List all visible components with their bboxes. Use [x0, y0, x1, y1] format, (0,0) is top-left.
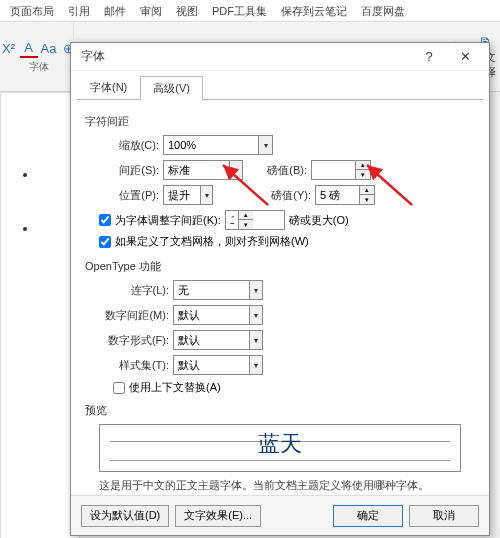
numspacing-combo[interactable]: ▾ — [173, 305, 263, 325]
numspacing-input[interactable] — [174, 306, 249, 324]
dialog-footer: 设为默认值(D) 文字效果(E)... 确定 取消 — [71, 495, 489, 535]
snap-label: 如果定义了文档网格，则对齐到网格(W) — [115, 234, 309, 249]
contextual-checkbox[interactable] — [113, 382, 125, 394]
position-pt-spinner[interactable]: ▴▾ — [315, 185, 375, 205]
position-label: 位置(P): — [99, 188, 159, 203]
ok-button[interactable]: 确定 — [333, 505, 403, 527]
font-color-icon[interactable]: A — [20, 40, 38, 58]
ribbon-tabs: 页面布局 引用 邮件 审阅 视图 PDF工具集 保存到云笔记 百度网盘 — [0, 0, 500, 22]
preview-text: 蓝天 — [258, 429, 302, 459]
tab[interactable]: 邮件 — [104, 4, 126, 21]
section-opentype: OpenType 功能 — [85, 259, 475, 274]
cancel-button[interactable]: 取消 — [409, 505, 479, 527]
scale-label: 缩放(C): — [99, 138, 159, 153]
tab[interactable]: 审阅 — [140, 4, 162, 21]
text-effects-button[interactable]: 文字效果(E)... — [175, 505, 261, 527]
kerning-unit: 磅或更大(O) — [289, 213, 349, 228]
chevron-down-icon[interactable]: ▾ — [249, 281, 262, 299]
group-label: 字体 — [29, 60, 49, 74]
position-input[interactable] — [164, 186, 200, 204]
document-background — [0, 92, 80, 538]
tab[interactable]: 引用 — [68, 4, 90, 21]
tab[interactable]: 视图 — [176, 4, 198, 21]
styleset-label: 样式集(T): — [99, 358, 169, 373]
styleset-input[interactable] — [174, 356, 249, 374]
spacing-label: 间距(S): — [99, 163, 159, 178]
contextual-label: 使用上下文替换(A) — [129, 380, 221, 395]
preview-label: 预览 — [85, 403, 475, 418]
numform-combo[interactable]: ▾ — [173, 330, 263, 350]
chevron-down-icon[interactable]: ▾ — [249, 356, 262, 374]
set-default-button[interactable]: 设为默认值(D) — [81, 505, 169, 527]
section-spacing: 字符间距 — [85, 114, 475, 129]
chevron-down-icon[interactable]: ▾ — [258, 136, 272, 154]
bullet-icon — [23, 227, 27, 231]
scale-combo[interactable]: ▾ — [163, 135, 273, 155]
chevron-down-icon[interactable]: ▾ — [229, 161, 242, 179]
chevron-down-icon[interactable]: ▾ — [249, 331, 262, 349]
numspacing-label: 数字间距(M): — [99, 308, 169, 323]
tab[interactable]: 页面布局 — [10, 4, 54, 21]
char-shading-icon[interactable]: Aa — [40, 40, 58, 58]
spinner-icon[interactable]: ▴▾ — [359, 186, 374, 204]
ligatures-label: 连字(L): — [99, 283, 169, 298]
spacing-pt-spinner[interactable]: ▴▾ — [311, 160, 371, 180]
chevron-down-icon[interactable]: ▾ — [249, 306, 262, 324]
help-button[interactable]: ? — [411, 45, 447, 69]
dialog-title: 字体 — [77, 48, 411, 65]
spinner-icon[interactable]: ▴▾ — [355, 161, 370, 179]
scale-input[interactable] — [164, 136, 258, 154]
numform-label: 数字形式(F): — [99, 333, 169, 348]
snap-checkbox[interactable] — [99, 236, 111, 248]
tab-advanced[interactable]: 高级(V) — [140, 76, 203, 100]
numform-input[interactable] — [174, 331, 249, 349]
font-dialog: 字体 ? ✕ 字体(N) 高级(V) 字符间距 缩放(C): ▾ 间距(S): … — [70, 42, 490, 536]
tab[interactable]: PDF工具集 — [212, 4, 267, 21]
preview-box: 蓝天 — [99, 424, 461, 472]
spinner-icon[interactable]: ▴▾ — [238, 211, 253, 229]
tab[interactable]: 百度网盘 — [361, 4, 405, 21]
position-pt-label: 磅值(Y): — [261, 188, 311, 203]
superscript-icon[interactable]: X² — [0, 40, 18, 58]
chevron-down-icon[interactable]: ▾ — [200, 186, 212, 204]
kerning-input[interactable] — [226, 214, 238, 226]
position-combo[interactable]: ▾ — [163, 185, 213, 205]
ligatures-combo[interactable]: ▾ — [173, 280, 263, 300]
dialog-tabs: 字体(N) 高级(V) — [71, 71, 489, 99]
ligatures-input[interactable] — [174, 281, 249, 299]
preview-note: 这是用于中文的正文主题字体。当前文档主题定义将使用哪种字体。 — [99, 478, 461, 493]
position-pt-input[interactable] — [316, 186, 359, 204]
kerning-checkbox[interactable] — [99, 214, 111, 226]
tab-font[interactable]: 字体(N) — [77, 75, 140, 99]
spacing-input[interactable] — [164, 161, 229, 179]
titlebar: 字体 ? ✕ — [71, 43, 489, 71]
close-button[interactable]: ✕ — [447, 45, 483, 69]
kerning-combo[interactable]: ▴▾ — [225, 210, 285, 230]
dialog-body: 字符间距 缩放(C): ▾ 间距(S): ▾ 磅值(B): ▴▾ 位置(P): — [71, 100, 489, 495]
styleset-combo[interactable]: ▾ — [173, 355, 263, 375]
kerning-label: 为字体调整字间距(K): — [115, 213, 221, 228]
tab[interactable]: 保存到云笔记 — [281, 4, 347, 21]
spacing-pt-input[interactable] — [312, 161, 355, 179]
spacing-combo[interactable]: ▾ — [163, 160, 243, 180]
spacing-pt-label: 磅值(B): — [257, 163, 307, 178]
bullet-icon — [23, 173, 27, 177]
